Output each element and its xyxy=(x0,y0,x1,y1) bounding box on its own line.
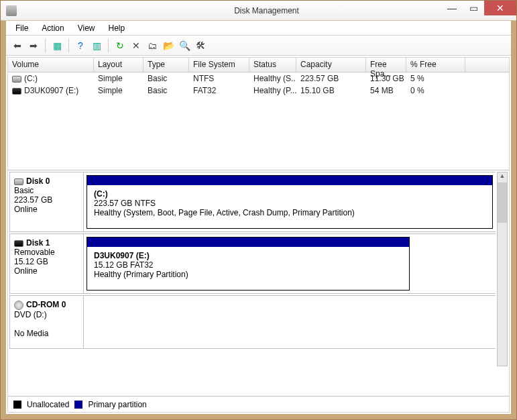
legend-unallocated-swatch xyxy=(13,401,21,409)
col-filesystem[interactable]: File System xyxy=(189,58,249,72)
titlebar[interactable]: Disk Management — ▭ ✕ xyxy=(1,1,516,21)
close-button[interactable]: ✕ xyxy=(484,1,516,15)
volume-list-header: Volume Layout Type File System Status Ca… xyxy=(8,58,509,72)
col-volume[interactable]: Volume xyxy=(8,58,94,72)
refresh-button[interactable]: ↻ xyxy=(113,38,127,53)
disk-row[interactable]: Disk 0 Basic 223.57 GB Online (C:) 223.5… xyxy=(9,172,496,232)
menu-file[interactable]: File xyxy=(9,22,35,34)
menu-help[interactable]: Help xyxy=(102,22,132,34)
show-hide-console-tree-button[interactable]: ▦ xyxy=(50,38,64,53)
col-capacity[interactable]: Capacity xyxy=(296,58,366,72)
toolbar: ⬅ ➡ ▦ ? ▥ ↻ ✕ 🗂 📂 🔍 🛠 xyxy=(6,36,511,56)
legend-unallocated-label: Unallocated xyxy=(27,400,69,409)
back-button[interactable]: ⬅ xyxy=(10,38,25,53)
show-hide-action-pane-button[interactable]: ▥ xyxy=(89,38,104,53)
disk-label: CD-ROM 0 DVD (D:) No Media xyxy=(10,296,84,348)
legend-primary-swatch xyxy=(74,401,82,409)
disk-graphical-view: Disk 0 Basic 223.57 GB Online (C:) 223.5… xyxy=(8,170,509,396)
menu-view[interactable]: View xyxy=(71,22,102,34)
menu-action[interactable]: Action xyxy=(35,22,70,34)
disk-label: Disk 1 Removable 15.12 GB Online xyxy=(10,234,84,293)
partition-header xyxy=(87,176,492,185)
window-border: File Action View Help ⬅ ➡ ▦ ? ▥ ↻ ✕ 🗂 📂 … xyxy=(1,21,516,419)
usb-icon xyxy=(14,240,23,247)
partition-body: D3UK0907 (E:) 15.12 GB FAT32 Healthy (Pr… xyxy=(87,247,409,283)
menubar: File Action View Help xyxy=(6,21,511,36)
scrollbar-thumb[interactable] xyxy=(498,182,507,223)
help-button[interactable]: ? xyxy=(73,38,88,53)
window: Disk Management — ▭ ✕ File Action View H… xyxy=(0,0,517,420)
disk-row[interactable]: Disk 1 Removable 15.12 GB Online D3UK090… xyxy=(9,233,496,294)
maximize-button[interactable]: ▭ xyxy=(463,1,484,15)
usb-icon xyxy=(12,88,21,95)
volume-name: D3UK0907 (E:) xyxy=(24,86,78,95)
disk-row[interactable]: CD-ROM 0 DVD (D:) No Media xyxy=(9,295,496,349)
disk-label: Disk 0 Basic 223.57 GB Online xyxy=(10,172,84,231)
partition-e[interactable]: D3UK0907 (E:) 15.12 GB FAT32 Healthy (Pr… xyxy=(87,237,410,291)
volume-list: Volume Layout Type File System Status Ca… xyxy=(8,58,509,170)
open-button[interactable]: 📂 xyxy=(161,38,176,53)
hdd-icon xyxy=(14,178,23,185)
legend-primary-label: Primary partition xyxy=(88,400,146,409)
volume-name: (C:) xyxy=(24,74,38,83)
legend: Unallocated Primary partition xyxy=(8,396,509,412)
partition-c[interactable]: (C:) 223.57 GB NTFS Healthy (System, Boo… xyxy=(87,175,493,229)
col-pctfree[interactable]: % Free xyxy=(406,58,465,72)
partition-body: (C:) 223.57 GB NTFS Healthy (System, Boo… xyxy=(87,185,492,221)
col-layout[interactable]: Layout xyxy=(94,58,143,72)
properties-button[interactable]: 🗂 xyxy=(145,38,160,53)
content-area: Volume Layout Type File System Status Ca… xyxy=(7,57,510,413)
hdd-icon xyxy=(12,76,21,83)
cdrom-icon xyxy=(14,301,23,310)
volume-row[interactable]: D3UK0907 (E:) Simple Basic FAT32 Healthy… xyxy=(8,85,509,97)
volume-row[interactable]: (C:) Simple Basic NTFS Healthy (S... 223… xyxy=(8,72,509,85)
partition-area: D3UK0907 (E:) 15.12 GB FAT32 Healthy (Pr… xyxy=(84,234,412,293)
vertical-scrollbar[interactable]: ▲ xyxy=(497,172,508,366)
forward-button[interactable]: ➡ xyxy=(26,38,41,53)
partition-area: (C:) 223.57 GB NTFS Healthy (System, Boo… xyxy=(84,172,496,231)
partition-header xyxy=(87,238,409,247)
window-controls: — ▭ ✕ xyxy=(441,1,516,15)
scroll-up-icon[interactable]: ▲ xyxy=(498,172,507,182)
delete-button[interactable]: ✕ xyxy=(129,38,143,53)
app-icon xyxy=(6,5,17,16)
minimize-button[interactable]: — xyxy=(441,1,463,15)
col-type[interactable]: Type xyxy=(143,58,189,72)
explore-button[interactable]: 🔍 xyxy=(177,38,192,53)
col-freespace[interactable]: Free Spa... xyxy=(366,58,406,72)
col-status[interactable]: Status xyxy=(249,58,296,72)
settings-button[interactable]: 🛠 xyxy=(193,38,208,53)
partition-area-empty xyxy=(84,296,496,348)
